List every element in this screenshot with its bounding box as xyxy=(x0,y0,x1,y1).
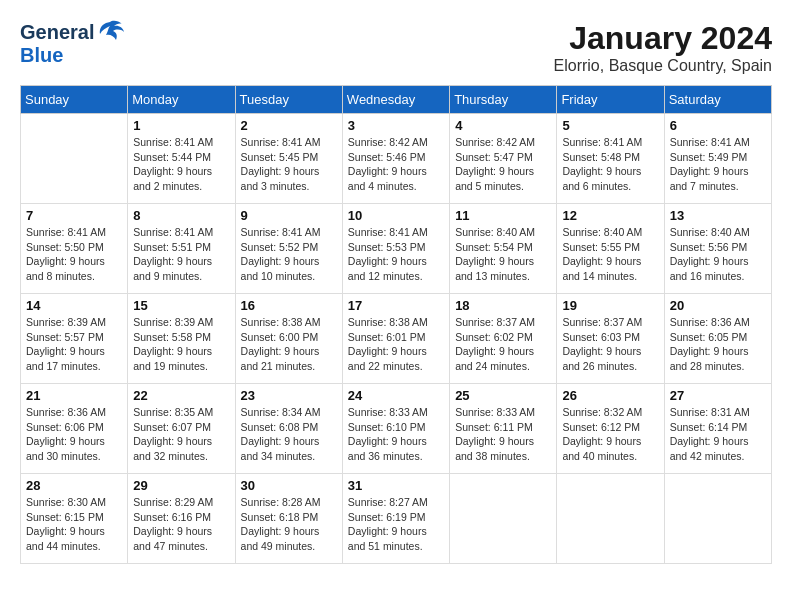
day-number: 31 xyxy=(348,478,444,493)
calendar-cell: 26Sunrise: 8:32 AM Sunset: 6:12 PM Dayli… xyxy=(557,384,664,474)
calendar-cell: 15Sunrise: 8:39 AM Sunset: 5:58 PM Dayli… xyxy=(128,294,235,384)
week-row: 7Sunrise: 8:41 AM Sunset: 5:50 PM Daylig… xyxy=(21,204,772,294)
day-number: 27 xyxy=(670,388,766,403)
logo-bird-icon xyxy=(96,20,124,42)
calendar-cell: 7Sunrise: 8:41 AM Sunset: 5:50 PM Daylig… xyxy=(21,204,128,294)
day-of-week-header: Wednesday xyxy=(342,86,449,114)
logo-block: General Blue xyxy=(20,20,124,67)
calendar-cell: 23Sunrise: 8:34 AM Sunset: 6:08 PM Dayli… xyxy=(235,384,342,474)
day-info: Sunrise: 8:29 AM Sunset: 6:16 PM Dayligh… xyxy=(133,495,229,554)
calendar-cell: 8Sunrise: 8:41 AM Sunset: 5:51 PM Daylig… xyxy=(128,204,235,294)
calendar-cell: 31Sunrise: 8:27 AM Sunset: 6:19 PM Dayli… xyxy=(342,474,449,564)
calendar-cell: 29Sunrise: 8:29 AM Sunset: 6:16 PM Dayli… xyxy=(128,474,235,564)
day-of-week-header: Friday xyxy=(557,86,664,114)
day-number: 14 xyxy=(26,298,122,313)
day-number: 12 xyxy=(562,208,658,223)
day-info: Sunrise: 8:41 AM Sunset: 5:52 PM Dayligh… xyxy=(241,225,337,284)
location-text: Elorrio, Basque Country, Spain xyxy=(554,57,772,75)
day-number: 24 xyxy=(348,388,444,403)
day-info: Sunrise: 8:41 AM Sunset: 5:53 PM Dayligh… xyxy=(348,225,444,284)
day-info: Sunrise: 8:36 AM Sunset: 6:05 PM Dayligh… xyxy=(670,315,766,374)
day-number: 16 xyxy=(241,298,337,313)
day-number: 15 xyxy=(133,298,229,313)
day-number: 30 xyxy=(241,478,337,493)
week-row: 1Sunrise: 8:41 AM Sunset: 5:44 PM Daylig… xyxy=(21,114,772,204)
day-info: Sunrise: 8:31 AM Sunset: 6:14 PM Dayligh… xyxy=(670,405,766,464)
day-info: Sunrise: 8:42 AM Sunset: 5:46 PM Dayligh… xyxy=(348,135,444,194)
day-number: 11 xyxy=(455,208,551,223)
day-info: Sunrise: 8:41 AM Sunset: 5:51 PM Dayligh… xyxy=(133,225,229,284)
calendar-cell: 27Sunrise: 8:31 AM Sunset: 6:14 PM Dayli… xyxy=(664,384,771,474)
day-info: Sunrise: 8:37 AM Sunset: 6:02 PM Dayligh… xyxy=(455,315,551,374)
calendar-table: SundayMondayTuesdayWednesdayThursdayFrid… xyxy=(20,85,772,564)
day-number: 2 xyxy=(241,118,337,133)
day-info: Sunrise: 8:41 AM Sunset: 5:49 PM Dayligh… xyxy=(670,135,766,194)
day-number: 8 xyxy=(133,208,229,223)
title-block: January 2024 Elorrio, Basque Country, Sp… xyxy=(554,20,772,75)
day-info: Sunrise: 8:33 AM Sunset: 6:10 PM Dayligh… xyxy=(348,405,444,464)
day-info: Sunrise: 8:41 AM Sunset: 5:44 PM Dayligh… xyxy=(133,135,229,194)
calendar-cell: 24Sunrise: 8:33 AM Sunset: 6:10 PM Dayli… xyxy=(342,384,449,474)
logo-blue-text: Blue xyxy=(20,44,63,66)
day-number: 1 xyxy=(133,118,229,133)
day-number: 10 xyxy=(348,208,444,223)
day-info: Sunrise: 8:34 AM Sunset: 6:08 PM Dayligh… xyxy=(241,405,337,464)
day-info: Sunrise: 8:41 AM Sunset: 5:50 PM Dayligh… xyxy=(26,225,122,284)
day-number: 9 xyxy=(241,208,337,223)
day-info: Sunrise: 8:40 AM Sunset: 5:55 PM Dayligh… xyxy=(562,225,658,284)
day-info: Sunrise: 8:27 AM Sunset: 6:19 PM Dayligh… xyxy=(348,495,444,554)
day-number: 28 xyxy=(26,478,122,493)
calendar-cell: 14Sunrise: 8:39 AM Sunset: 5:57 PM Dayli… xyxy=(21,294,128,384)
day-number: 5 xyxy=(562,118,658,133)
calendar-cell: 17Sunrise: 8:38 AM Sunset: 6:01 PM Dayli… xyxy=(342,294,449,384)
day-of-week-header: Tuesday xyxy=(235,86,342,114)
day-of-week-header: Thursday xyxy=(450,86,557,114)
day-number: 4 xyxy=(455,118,551,133)
logo-general-text: General xyxy=(20,21,94,44)
page-header: General Blue January 2024 Elorrio, Basqu… xyxy=(20,20,772,75)
day-number: 23 xyxy=(241,388,337,403)
calendar-cell: 9Sunrise: 8:41 AM Sunset: 5:52 PM Daylig… xyxy=(235,204,342,294)
day-info: Sunrise: 8:36 AM Sunset: 6:06 PM Dayligh… xyxy=(26,405,122,464)
week-row: 21Sunrise: 8:36 AM Sunset: 6:06 PM Dayli… xyxy=(21,384,772,474)
day-of-week-header: Sunday xyxy=(21,86,128,114)
day-number: 29 xyxy=(133,478,229,493)
day-info: Sunrise: 8:40 AM Sunset: 5:54 PM Dayligh… xyxy=(455,225,551,284)
calendar-cell: 12Sunrise: 8:40 AM Sunset: 5:55 PM Dayli… xyxy=(557,204,664,294)
calendar-cell: 21Sunrise: 8:36 AM Sunset: 6:06 PM Dayli… xyxy=(21,384,128,474)
calendar-cell: 16Sunrise: 8:38 AM Sunset: 6:00 PM Dayli… xyxy=(235,294,342,384)
day-number: 18 xyxy=(455,298,551,313)
calendar-cell: 10Sunrise: 8:41 AM Sunset: 5:53 PM Dayli… xyxy=(342,204,449,294)
day-number: 17 xyxy=(348,298,444,313)
day-info: Sunrise: 8:41 AM Sunset: 5:48 PM Dayligh… xyxy=(562,135,658,194)
calendar-cell: 3Sunrise: 8:42 AM Sunset: 5:46 PM Daylig… xyxy=(342,114,449,204)
day-info: Sunrise: 8:33 AM Sunset: 6:11 PM Dayligh… xyxy=(455,405,551,464)
calendar-cell: 5Sunrise: 8:41 AM Sunset: 5:48 PM Daylig… xyxy=(557,114,664,204)
calendar-cell xyxy=(664,474,771,564)
day-info: Sunrise: 8:42 AM Sunset: 5:47 PM Dayligh… xyxy=(455,135,551,194)
day-number: 19 xyxy=(562,298,658,313)
day-number: 13 xyxy=(670,208,766,223)
calendar-cell: 11Sunrise: 8:40 AM Sunset: 5:54 PM Dayli… xyxy=(450,204,557,294)
day-number: 22 xyxy=(133,388,229,403)
calendar-cell xyxy=(21,114,128,204)
day-number: 25 xyxy=(455,388,551,403)
logo: General Blue xyxy=(20,20,124,67)
day-info: Sunrise: 8:37 AM Sunset: 6:03 PM Dayligh… xyxy=(562,315,658,374)
calendar-header-row: SundayMondayTuesdayWednesdayThursdayFrid… xyxy=(21,86,772,114)
calendar-cell: 22Sunrise: 8:35 AM Sunset: 6:07 PM Dayli… xyxy=(128,384,235,474)
day-info: Sunrise: 8:38 AM Sunset: 6:01 PM Dayligh… xyxy=(348,315,444,374)
calendar-cell xyxy=(450,474,557,564)
calendar-cell: 1Sunrise: 8:41 AM Sunset: 5:44 PM Daylig… xyxy=(128,114,235,204)
day-number: 6 xyxy=(670,118,766,133)
day-number: 20 xyxy=(670,298,766,313)
calendar-cell: 13Sunrise: 8:40 AM Sunset: 5:56 PM Dayli… xyxy=(664,204,771,294)
calendar-cell xyxy=(557,474,664,564)
day-of-week-header: Monday xyxy=(128,86,235,114)
calendar-cell: 19Sunrise: 8:37 AM Sunset: 6:03 PM Dayli… xyxy=(557,294,664,384)
day-info: Sunrise: 8:30 AM Sunset: 6:15 PM Dayligh… xyxy=(26,495,122,554)
day-info: Sunrise: 8:40 AM Sunset: 5:56 PM Dayligh… xyxy=(670,225,766,284)
calendar-cell: 28Sunrise: 8:30 AM Sunset: 6:15 PM Dayli… xyxy=(21,474,128,564)
day-info: Sunrise: 8:32 AM Sunset: 6:12 PM Dayligh… xyxy=(562,405,658,464)
calendar-cell: 25Sunrise: 8:33 AM Sunset: 6:11 PM Dayli… xyxy=(450,384,557,474)
